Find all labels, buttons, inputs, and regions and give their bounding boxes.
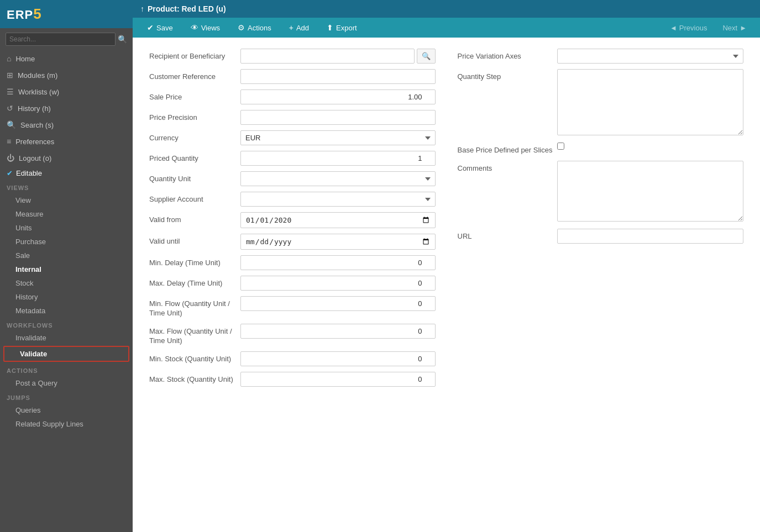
- sidebar-item-purchase[interactable]: Purchase: [0, 235, 133, 249]
- worklists-icon: ☰: [7, 87, 14, 96]
- currency-label: Currency: [149, 130, 240, 143]
- currency-select[interactable]: EUR USD GBP: [240, 130, 436, 145]
- sale-price-label: Sale Price: [149, 89, 240, 102]
- min-stock-control: [240, 351, 436, 366]
- editable-badge: ✔ Editable: [0, 166, 133, 180]
- quantity-step-textarea[interactable]: [557, 69, 744, 135]
- priced-quantity-control: [240, 151, 436, 166]
- customer-reference-input[interactable]: [240, 69, 436, 84]
- form-grid: Recipient or Beneficiary 🔍 Customer Refe…: [149, 49, 743, 392]
- views-button[interactable]: 👁 Views: [182, 18, 229, 38]
- price-precision-input[interactable]: [240, 110, 436, 125]
- min-flow-label: Min. Flow (Quantity Unit / Time Unit): [149, 296, 240, 318]
- logo: ERP5: [0, 0, 133, 28]
- max-flow-field-row: Max. Flow (Quantity Unit / Time Unit): [149, 324, 436, 346]
- sidebar-item-validate[interactable]: Validate: [3, 346, 129, 362]
- editable-label: Editable: [16, 169, 42, 177]
- valid-from-input[interactable]: [240, 212, 436, 228]
- sidebar-item-preferences[interactable]: ≡ Preferences: [0, 133, 133, 150]
- comments-textarea[interactable]: [557, 161, 744, 222]
- quantity-unit-select[interactable]: [240, 171, 436, 186]
- sale-price-field-row: Sale Price: [149, 89, 436, 104]
- max-stock-input[interactable]: [240, 372, 436, 387]
- check-icon: ✔: [7, 169, 13, 177]
- main-content: ↑ Product: Red LED (u) ✔ Save 👁 Views ⚙ …: [133, 0, 760, 532]
- previous-button[interactable]: ◄ Previous: [662, 18, 715, 38]
- sidebar-item-metadata[interactable]: Metadata: [0, 304, 133, 318]
- search-input[interactable]: [6, 33, 116, 46]
- supplier-account-select[interactable]: [240, 192, 436, 207]
- sidebar-item-measure[interactable]: Measure: [0, 207, 133, 221]
- min-delay-input[interactable]: [240, 255, 436, 270]
- logo-five: 5: [33, 6, 41, 22]
- sidebar-item-post-query[interactable]: Post a Query: [0, 376, 133, 390]
- max-stock-label: Max. Stock (Quantity Unit): [149, 372, 240, 384]
- valid-from-control: [240, 212, 436, 228]
- quantity-unit-control: [240, 171, 436, 186]
- next-button[interactable]: Next ►: [715, 18, 754, 38]
- next-label: Next: [722, 24, 737, 32]
- base-price-label: Base Price Defined per Slices: [458, 143, 557, 155]
- workflows-section-label: WORKFLOWS: [0, 318, 133, 331]
- min-flow-input[interactable]: [240, 296, 436, 311]
- sidebar-item-sale[interactable]: Sale: [0, 249, 133, 262]
- sidebar-item-stock[interactable]: Stock: [0, 276, 133, 290]
- recipient-input[interactable]: [240, 49, 415, 64]
- valid-until-input[interactable]: [240, 234, 436, 250]
- min-delay-label: Min. Delay (Time Unit): [149, 255, 240, 268]
- recipient-control: 🔍: [240, 49, 436, 64]
- valid-from-field-row: Valid from: [149, 212, 436, 228]
- priced-quantity-input[interactable]: [240, 151, 436, 166]
- min-delay-control: [240, 255, 436, 270]
- export-button[interactable]: ⬆ Export: [318, 18, 366, 38]
- sidebar-item-internal[interactable]: Internal: [0, 262, 133, 276]
- sidebar-item-view[interactable]: View: [0, 193, 133, 207]
- sidebar-item-invalidate[interactable]: Invalidate: [0, 331, 133, 345]
- form-area: Recipient or Beneficiary 🔍 Customer Refe…: [133, 38, 760, 532]
- price-variation-field-row: Price Variation Axes: [458, 49, 744, 64]
- next-icon: ►: [740, 24, 747, 32]
- actions-button[interactable]: ⚙ Actions: [229, 18, 280, 38]
- sidebar-item-worklists[interactable]: ☰ Worklists (w): [0, 83, 133, 100]
- sale-price-input[interactable]: [240, 89, 436, 104]
- max-flow-control: [240, 324, 436, 339]
- url-input[interactable]: [557, 229, 744, 244]
- save-icon: ✔: [147, 23, 154, 32]
- quantity-step-control: [557, 69, 744, 137]
- sidebar-item-logout[interactable]: ⏻ Logout (o): [0, 150, 133, 166]
- base-price-checkbox[interactable]: [557, 143, 564, 150]
- save-button[interactable]: ✔ Save: [138, 18, 182, 38]
- currency-field-row: Currency EUR USD GBP: [149, 130, 436, 145]
- sidebar-item-units[interactable]: Units: [0, 221, 133, 235]
- sidebar-item-preferences-label: Preferences: [15, 138, 54, 146]
- right-column: Price Variation Axes Quantity Step Base …: [458, 49, 744, 392]
- comments-control: [557, 161, 744, 223]
- priced-quantity-label: Priced Quantity: [149, 151, 240, 164]
- sidebar-item-home[interactable]: ⌂ Home: [0, 50, 133, 67]
- supplier-account-label: Supplier Account: [149, 192, 240, 204]
- max-delay-input[interactable]: [240, 276, 436, 291]
- search-button[interactable]: 🔍: [118, 35, 127, 44]
- page-title: Product: Red LED (u): [148, 4, 226, 13]
- search-icon: 🔍: [7, 120, 16, 129]
- base-price-control: [557, 143, 744, 151]
- save-label: Save: [156, 24, 173, 32]
- sidebar-item-related-supply-lines[interactable]: Related Supply Lines: [0, 417, 133, 431]
- base-price-field-row: Base Price Defined per Slices: [458, 143, 744, 155]
- min-stock-input[interactable]: [240, 351, 436, 366]
- sidebar-item-history[interactable]: ↺ History (h): [0, 100, 133, 117]
- recipient-search-button[interactable]: 🔍: [417, 49, 436, 64]
- sidebar-item-search[interactable]: 🔍 Search (s): [0, 117, 133, 133]
- sidebar-item-history-view[interactable]: History: [0, 290, 133, 304]
- topbar-arrow: ↑: [140, 4, 144, 13]
- sidebar-item-modules[interactable]: ⊞ Modules (m): [0, 67, 133, 83]
- views-label: Views: [201, 24, 220, 32]
- max-flow-input[interactable]: [240, 324, 436, 339]
- add-button[interactable]: + Add: [280, 18, 318, 38]
- valid-until-control: [240, 234, 436, 250]
- customer-reference-control: [240, 69, 436, 84]
- price-variation-select[interactable]: [557, 49, 744, 64]
- quantity-unit-label: Quantity Unit: [149, 171, 240, 184]
- max-delay-field-row: Max. Delay (Time Unit): [149, 276, 436, 291]
- sidebar-item-queries[interactable]: Queries: [0, 403, 133, 417]
